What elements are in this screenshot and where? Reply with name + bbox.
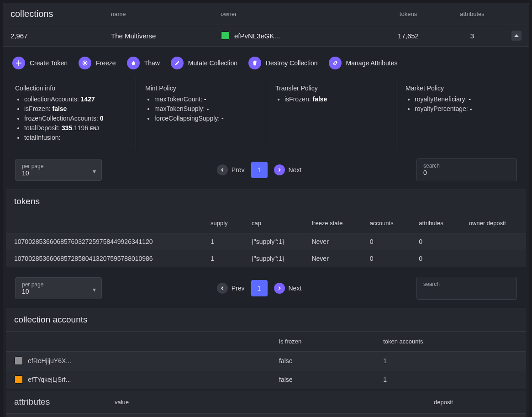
table-row[interactable]: efTYqkejLjSrf... false 1: [6, 370, 526, 389]
market-policy-block: Market Policy royaltyBeneficiary: - roya…: [396, 77, 526, 150]
freeze-button[interactable]: Freeze: [79, 57, 116, 69]
table-row[interactable]: name The Multiverse 0.0504 ENJ: [6, 414, 526, 417]
attributes-table: attributes value deposit name The Multiv…: [6, 391, 526, 417]
per-page-select[interactable]: per page 10 ▾: [15, 159, 102, 181]
accounts-title: collection accounts: [14, 315, 88, 324]
arrow-right-icon: [274, 164, 285, 175]
destroy-collection-button[interactable]: Destroy Collection: [248, 57, 318, 69]
collection-tokens: 17,652: [376, 25, 440, 47]
link-icon: [329, 57, 342, 69]
next-button[interactable]: Next: [274, 164, 302, 175]
snowflake-icon: [79, 57, 91, 69]
fire-icon: [127, 57, 140, 69]
tokens-table: tokens supply cap freeze state accounts …: [6, 190, 526, 267]
trash-icon: [248, 57, 261, 69]
collection-id: 2,967: [3, 25, 104, 47]
edit-icon: [171, 57, 184, 69]
account-address: efReHjijuY6X...: [28, 357, 71, 364]
owner-address: efPvNL3eGK...: [234, 32, 280, 40]
accounts-table: collection accounts is frozen token acco…: [6, 308, 526, 389]
prev-button[interactable]: Prev: [217, 164, 245, 175]
collection-name: The Multiverse: [104, 25, 213, 47]
account-identicon: [14, 356, 23, 365]
collection-row[interactable]: 2,967 The Multiverse efPvNL3eGK... 17,65…: [3, 25, 529, 47]
attributes-title: attributes: [14, 397, 50, 406]
table-row[interactable]: efReHjijuY6X... false 1: [6, 352, 526, 370]
col-tokens: tokens: [376, 3, 440, 25]
manage-attributes-button[interactable]: Manage Attributes: [329, 57, 398, 69]
table-row[interactable]: 107002853660685728580413207595788010986 …: [6, 250, 526, 267]
arrow-right-icon: [274, 283, 285, 294]
tokens-title: tokens: [14, 196, 40, 206]
account-address: efTYqkejLjSrf...: [28, 376, 71, 383]
token-id: 107002853660685760327259758449926341120: [6, 233, 202, 250]
per-page-select-2[interactable]: per page 10 ▾: [15, 277, 102, 299]
arrow-left-icon: [217, 283, 228, 294]
page-number[interactable]: 1: [251, 162, 268, 178]
search-input-2[interactable]: search: [416, 277, 517, 300]
plus-icon: [12, 57, 25, 69]
chevron-down-icon: ▾: [93, 168, 96, 175]
chevron-down-icon: ▾: [93, 286, 96, 293]
collection-info-block: Collection info collectionAccounts: 1427…: [6, 77, 136, 150]
thaw-button[interactable]: Thaw: [127, 57, 160, 69]
page-number-2[interactable]: 1: [251, 280, 268, 296]
search-input[interactable]: search 0: [416, 158, 517, 181]
arrow-left-icon: [217, 164, 228, 175]
page-title: collections: [11, 9, 53, 19]
owner-identicon: [221, 31, 230, 40]
create-token-button[interactable]: Create Token: [12, 57, 68, 69]
col-attributes: attributes: [440, 3, 504, 25]
table-row[interactable]: 107002853660685760327259758449926341120 …: [6, 233, 526, 250]
account-identicon: [14, 375, 23, 384]
collapse-button[interactable]: [511, 31, 521, 41]
token-id: 107002853660685728580413207595788010986: [6, 250, 202, 267]
prev-button-2[interactable]: Prev: [217, 283, 245, 294]
mutate-collection-button[interactable]: Mutate Collection: [171, 57, 237, 69]
mint-policy-block: Mint Policy maxTokenCount: - maxTokenSup…: [136, 77, 266, 150]
transfer-policy-block: Transfer Policy isFrozen: false: [266, 77, 396, 150]
col-owner: owner: [213, 3, 376, 25]
col-name: name: [104, 3, 213, 25]
collection-attributes: 3: [440, 25, 504, 47]
attr-key: name: [6, 414, 106, 417]
next-button-2[interactable]: Next: [274, 283, 302, 294]
